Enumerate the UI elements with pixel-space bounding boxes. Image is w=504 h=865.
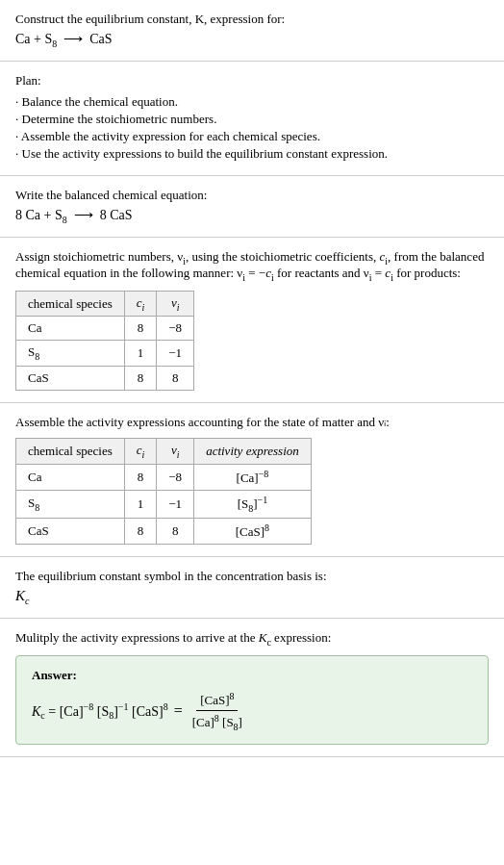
kc-fraction: [CaS]8 [Ca]8 [S8] — [189, 691, 246, 732]
vi-ca: −8 — [157, 317, 194, 341]
table-row: CaS 8 8 — [16, 366, 194, 390]
act-col-expr: activity expression — [194, 438, 312, 464]
plan-item-1: · Balance the chemical equation. — [15, 94, 489, 110]
kc-lhs: Kc = [Ca]−8 [S8]−1 [CaS]8 — [32, 701, 168, 721]
multiply-section: Mulitply the activity expressions to arr… — [0, 619, 504, 757]
species-ca: Ca — [16, 317, 125, 341]
act-species-s8: S8 — [16, 490, 125, 518]
kc-expression: Kc = [Ca]−8 [S8]−1 [CaS]8 = [CaS]8 [Ca]8… — [32, 691, 472, 732]
col-vi-1: νi — [157, 291, 194, 317]
table-row: S8 1 −1 [S8]−1 — [16, 490, 312, 518]
plan-title: Plan: — [15, 73, 489, 89]
activity-desc: Assemble the activity expressions accoun… — [15, 415, 489, 430]
act-expr-cas: [CaS]8 — [194, 518, 312, 544]
answer-label: Answer: — [32, 668, 472, 683]
species-s8: S8 — [16, 341, 125, 367]
plan-item-2: · Determine the stoichiometric numbers. — [15, 112, 489, 127]
fraction-numerator: [CaS]8 — [196, 691, 238, 711]
construct-label: Construct the equilibrium constant, K, e… — [15, 12, 489, 27]
act-vi-s8: −1 — [157, 490, 194, 518]
vi-cas: 8 — [157, 366, 194, 390]
answer-box: Answer: Kc = [Ca]−8 [S8]−1 [CaS]8 = [CaS… — [15, 655, 489, 745]
act-col-species: chemical species — [16, 438, 125, 464]
act-ci-s8: 1 — [124, 490, 157, 518]
act-expr-s8: [S8]−1 — [194, 490, 312, 518]
col-species-1: chemical species — [16, 291, 125, 317]
multiply-description: Mulitply the activity expressions to arr… — [15, 630, 489, 648]
kc-symbol: Kc — [15, 588, 489, 606]
original-reaction: Ca + S8 ⟶ CaS — [15, 31, 489, 49]
col-ci-1: ci — [124, 291, 157, 317]
fraction-denominator: [Ca]8 [S8] — [189, 711, 246, 732]
balanced-label: Write the balanced chemical equation: — [15, 188, 489, 203]
stoichiometric-section: Assign stoichiometric numbers, νi, using… — [0, 238, 504, 403]
act-ci-cas: 8 — [124, 518, 157, 544]
table-row: Ca 8 −8 [Ca]−8 — [16, 464, 312, 490]
stoichiometric-table: chemical species ci νi Ca 8 −8 S8 1 −1 C… — [15, 291, 194, 391]
act-vi-ca: −8 — [157, 464, 194, 490]
table-row: Ca 8 −8 — [16, 317, 194, 341]
equilibrium-symbol-section: The equilibrium constant symbol in the c… — [0, 557, 504, 619]
table-row: CaS 8 8 [CaS]8 — [16, 518, 312, 544]
act-expr-ca: [Ca]−8 — [194, 464, 312, 490]
activity-section: Assemble the activity expressions accoun… — [0, 403, 504, 557]
plan-item-4: · Use the activity expressions to build … — [15, 146, 489, 162]
act-species-ca: Ca — [16, 464, 125, 490]
ci-s8: 1 — [124, 341, 157, 367]
activity-table: chemical species ci νi activity expressi… — [15, 438, 312, 545]
plan-section: Plan: · Balance the chemical equation. ·… — [0, 62, 504, 176]
ci-cas: 8 — [124, 366, 157, 390]
act-ci-ca: 8 — [124, 464, 157, 490]
ci-ca: 8 — [124, 317, 157, 341]
act-vi-cas: 8 — [157, 518, 194, 544]
table-row: S8 1 −1 — [16, 341, 194, 367]
act-col-ci: ci — [124, 438, 157, 464]
act-species-cas: CaS — [16, 518, 125, 544]
balanced-equation: 8 Ca + S8 ⟶ 8 CaS — [15, 207, 489, 225]
vi-s8: −1 — [157, 341, 194, 367]
balanced-section: Write the balanced chemical equation: 8 … — [0, 176, 504, 238]
species-cas: CaS — [16, 366, 125, 390]
header-section: Construct the equilibrium constant, K, e… — [0, 0, 504, 62]
act-col-vi: νi — [157, 438, 194, 464]
plan-item-3: · Assemble the activity expression for e… — [15, 129, 489, 144]
stoichiometric-desc: Assign stoichiometric numbers, νi, using… — [15, 249, 489, 283]
equals-sign: = — [174, 702, 183, 720]
kc-description: The equilibrium constant symbol in the c… — [15, 569, 489, 584]
